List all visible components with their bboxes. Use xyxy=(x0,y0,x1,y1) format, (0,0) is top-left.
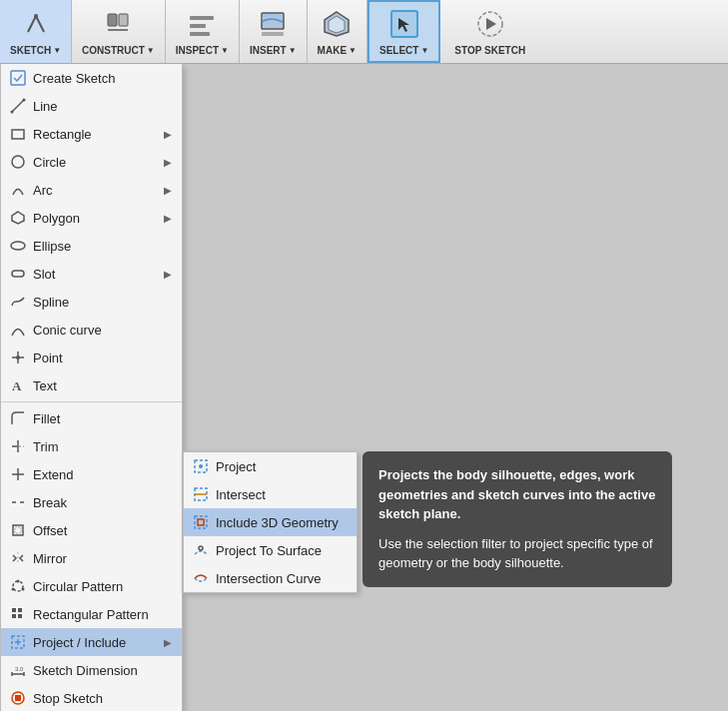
svg-marker-13 xyxy=(486,18,496,30)
toolbar-group-insert[interactable]: INSERT▼ xyxy=(240,0,308,63)
rectangle-icon xyxy=(9,125,27,143)
make-label: MAKE▼ xyxy=(318,45,357,56)
text-icon: A xyxy=(9,376,27,394)
menu-item-conic-curve[interactable]: Conic curve xyxy=(1,316,182,344)
mirror-icon xyxy=(9,549,27,567)
menu-item-project-include[interactable]: Project / Include ▶ xyxy=(1,628,182,656)
tooltip-body: Use the selection filter to project spec… xyxy=(378,534,656,573)
menu-item-circle[interactable]: Circle ▶ xyxy=(1,148,182,176)
svg-point-21 xyxy=(11,242,25,250)
menu-item-stop-sketch[interactable]: Stop Sketch xyxy=(1,684,182,711)
menu-item-text[interactable]: A Text xyxy=(1,371,182,399)
svg-rect-43 xyxy=(18,608,22,612)
sketch-label: SKETCH▼ xyxy=(10,45,61,56)
svg-rect-4 xyxy=(190,16,214,20)
svg-point-58 xyxy=(199,546,203,550)
svg-rect-8 xyxy=(262,32,284,36)
menu-item-polygon[interactable]: Polygon ▶ xyxy=(1,204,182,232)
submenu-item-project-to-surface[interactable]: Project To Surface xyxy=(184,536,357,564)
tooltip-title: Projects the body silhouette, edges, wor… xyxy=(378,467,655,521)
toolbar-group-construct[interactable]: CONSTRUCT▼ xyxy=(72,0,166,63)
project-surface-icon xyxy=(192,541,210,559)
slot-submenu-arrow: ▶ xyxy=(164,269,172,280)
svg-point-0 xyxy=(34,14,38,18)
menu-item-circular-pattern[interactable]: Circular Pattern xyxy=(1,572,182,600)
menu-item-rectangle[interactable]: Rectangle ▶ xyxy=(1,120,182,148)
intersect-icon xyxy=(192,485,210,503)
project-include-submenu: Project Intersect Include 3D Geometry Pr… xyxy=(183,451,358,593)
toolbar-group-make[interactable]: MAKE▼ xyxy=(308,0,367,63)
svg-rect-45 xyxy=(18,614,22,618)
intersection-curve-icon xyxy=(192,569,210,587)
spline-icon xyxy=(9,293,27,311)
svg-point-17 xyxy=(23,99,26,102)
toolbar-group-sketch[interactable]: SKETCH▼ xyxy=(0,0,72,63)
menu-item-sketch-dimension[interactable]: 3.0 Sketch Dimension xyxy=(1,656,182,684)
svg-rect-5 xyxy=(190,24,206,28)
submenu-item-intersect[interactable]: Intersect xyxy=(184,480,357,508)
project-include-submenu-arrow: ▶ xyxy=(164,637,172,648)
insert-label: INSERT▼ xyxy=(250,45,297,56)
sketch-dimension-icon: 3.0 xyxy=(9,661,27,679)
menu-item-spline[interactable]: Spline xyxy=(1,288,182,316)
svg-rect-44 xyxy=(12,614,16,618)
svg-rect-42 xyxy=(12,608,16,612)
menu-item-extend[interactable]: Extend xyxy=(1,460,182,488)
svg-text:3.0: 3.0 xyxy=(15,666,24,672)
toolbar-group-stopsketch[interactable]: STOP SKETCH xyxy=(440,0,539,63)
divider-1 xyxy=(1,401,182,402)
toolbar-group-inspect[interactable]: INSPECT▼ xyxy=(166,0,240,63)
project-sub-icon xyxy=(192,457,210,475)
menu-item-arc[interactable]: Arc ▶ xyxy=(1,176,182,204)
toolbar-group-select[interactable]: SELECT▼ xyxy=(367,0,440,63)
menu-item-fillet[interactable]: Fillet xyxy=(1,404,182,432)
arc-submenu-arrow: ▶ xyxy=(164,185,172,196)
arc-icon xyxy=(9,181,27,199)
slot-icon xyxy=(9,265,27,283)
point-icon xyxy=(9,349,27,366)
submenu-item-project[interactable]: Project xyxy=(184,452,357,480)
menu-item-mirror[interactable]: Mirror xyxy=(1,544,182,572)
line-icon xyxy=(9,97,27,115)
svg-rect-1 xyxy=(108,14,117,26)
menu-item-break[interactable]: Break xyxy=(1,488,182,516)
select-label: SELECT▼ xyxy=(379,45,428,56)
svg-rect-52 xyxy=(15,695,21,701)
menu-item-offset[interactable]: Offset xyxy=(1,516,182,544)
svg-rect-18 xyxy=(12,130,24,139)
construct-toolbar-icon xyxy=(102,8,134,43)
menu-item-rectangular-pattern[interactable]: Rectangular Pattern xyxy=(1,600,182,628)
svg-point-39 xyxy=(17,580,20,583)
main-content: Create Sketch Line Rectangle ▶ Circle ▶ xyxy=(0,64,728,711)
fillet-icon xyxy=(9,409,27,427)
offset-icon xyxy=(9,521,27,539)
svg-point-40 xyxy=(22,588,25,591)
insert-toolbar-icon xyxy=(257,8,289,43)
menu-item-trim[interactable]: Trim xyxy=(1,432,182,460)
svg-rect-14 xyxy=(11,71,25,85)
include-3d-icon xyxy=(192,513,210,531)
menu-item-create-sketch[interactable]: Create Sketch xyxy=(1,64,182,92)
submenu-item-intersection-curve[interactable]: Intersection Curve xyxy=(184,564,357,592)
create-sketch-icon xyxy=(9,69,27,87)
make-toolbar-icon xyxy=(321,8,353,43)
select-toolbar-icon xyxy=(388,8,420,43)
stop-sketch-icon xyxy=(9,689,27,707)
conic-curve-icon xyxy=(9,321,27,339)
tooltip-box: Projects the body silhouette, edges, wor… xyxy=(363,451,672,587)
svg-point-19 xyxy=(12,156,24,168)
inspect-toolbar-icon xyxy=(186,8,218,43)
circle-icon xyxy=(9,153,27,171)
inspect-label: INSPECT▼ xyxy=(176,45,229,56)
svg-rect-36 xyxy=(15,527,21,533)
menu-item-point[interactable]: Point xyxy=(1,344,182,371)
submenu-item-include-3d-geometry[interactable]: Include 3D Geometry xyxy=(184,508,357,536)
svg-rect-57 xyxy=(195,516,207,528)
menu-item-ellipse[interactable]: Ellipse xyxy=(1,232,182,260)
svg-rect-2 xyxy=(119,14,128,26)
svg-rect-6 xyxy=(190,32,210,36)
menu-item-slot[interactable]: Slot ▶ xyxy=(1,260,182,288)
project-include-icon xyxy=(9,633,27,651)
sketch-toolbar-icon xyxy=(20,8,52,43)
menu-item-line[interactable]: Line xyxy=(1,92,182,120)
